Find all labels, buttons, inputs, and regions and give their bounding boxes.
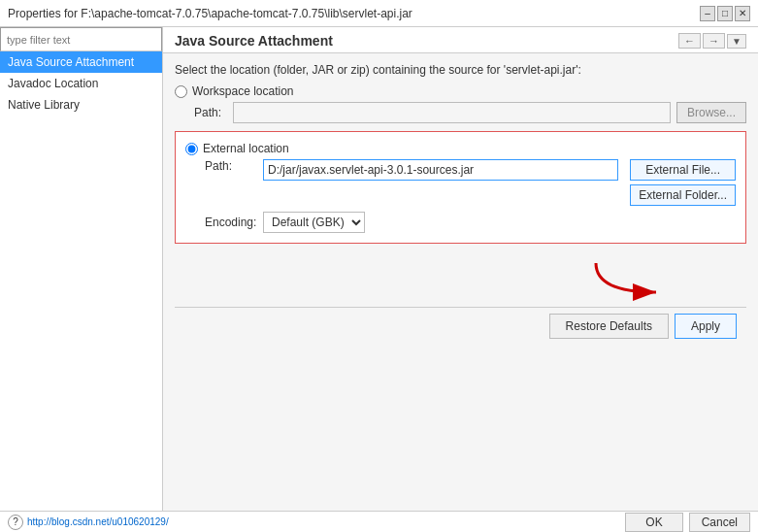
minimize-button[interactable]: – xyxy=(700,6,715,21)
external-location-box: External location Path: External File...… xyxy=(175,131,746,244)
external-path-label: Path: xyxy=(205,159,263,173)
right-content: Select the location (folder, JAR or zip)… xyxy=(163,53,758,511)
arrow-wrapper xyxy=(175,253,746,307)
external-file-button[interactable]: External File... xyxy=(630,159,736,181)
workspace-path-label: Path: xyxy=(194,106,233,119)
panel-title: Java Source Attachment xyxy=(175,33,333,49)
bottom-action-bar: Restore Defaults Apply xyxy=(175,307,746,345)
sidebar-item-native-library[interactable]: Native Library xyxy=(0,94,162,116)
sidebar-item-javadoc-location[interactable]: Javadoc Location xyxy=(0,73,162,94)
status-right-buttons: OK Cancel xyxy=(625,513,750,532)
workspace-radio-label: Workspace location xyxy=(192,84,294,98)
close-button[interactable]: ✕ xyxy=(735,6,750,21)
encoding-select[interactable]: Default (GBK) xyxy=(263,212,365,233)
external-folder-button[interactable]: External Folder... xyxy=(630,184,736,206)
encoding-label: Encoding: xyxy=(205,216,263,229)
back-button[interactable]: ← xyxy=(678,33,701,49)
workspace-path-row: Path: Browse... xyxy=(194,102,746,123)
title-bar: Properties for F:\apache-tomcat-7.0.75\a… xyxy=(0,0,758,27)
sidebar-item-java-source-attachment[interactable]: Java Source Attachment xyxy=(0,51,162,73)
nav-dropdown-button[interactable]: ▼ xyxy=(727,34,746,49)
nav-arrows: ← → ▼ xyxy=(678,33,746,49)
external-path-input[interactable] xyxy=(263,159,618,181)
filter-input[interactable] xyxy=(0,27,162,51)
workspace-path-input xyxy=(233,102,671,123)
description-text: Select the location (folder, JAR or zip)… xyxy=(175,63,746,77)
main-content: Java Source Attachment Javadoc Location … xyxy=(0,27,758,511)
restore-defaults-button[interactable]: Restore Defaults xyxy=(549,314,669,339)
ok-button[interactable]: OK xyxy=(625,513,682,532)
cancel-button[interactable]: Cancel xyxy=(689,513,750,532)
red-arrow-icon xyxy=(586,253,664,302)
right-panel: Java Source Attachment ← → ▼ Select the … xyxy=(163,27,758,511)
help-button[interactable]: ? xyxy=(8,515,23,530)
external-radio-row: External location xyxy=(185,142,736,155)
status-bar: ? http://blog.csdn.net/u010620129/ OK Ca… xyxy=(0,511,758,532)
apply-button[interactable]: Apply xyxy=(675,314,737,339)
workspace-radio-row: Workspace location xyxy=(175,84,746,98)
workspace-browse-button: Browse... xyxy=(676,102,746,123)
window-controls: – □ ✕ xyxy=(700,6,750,21)
sidebar: Java Source Attachment Javadoc Location … xyxy=(0,27,163,511)
external-radio-label: External location xyxy=(203,142,289,155)
status-bar-left: ? http://blog.csdn.net/u010620129/ xyxy=(8,515,169,530)
encoding-row: Encoding: Default (GBK) xyxy=(205,212,736,233)
external-path-area: Path: External File... External Folder..… xyxy=(205,159,736,206)
window-title: Properties for F:\apache-tomcat-7.0.75\a… xyxy=(8,7,412,20)
maximize-button[interactable]: □ xyxy=(717,6,733,21)
workspace-radio[interactable] xyxy=(175,85,187,98)
external-buttons: External File... External Folder... xyxy=(624,159,736,206)
external-radio[interactable] xyxy=(185,143,198,155)
forward-button[interactable]: → xyxy=(703,33,725,49)
right-header: Java Source Attachment ← → ▼ xyxy=(163,27,758,53)
status-url: http://blog.csdn.net/u010620129/ xyxy=(27,516,169,527)
